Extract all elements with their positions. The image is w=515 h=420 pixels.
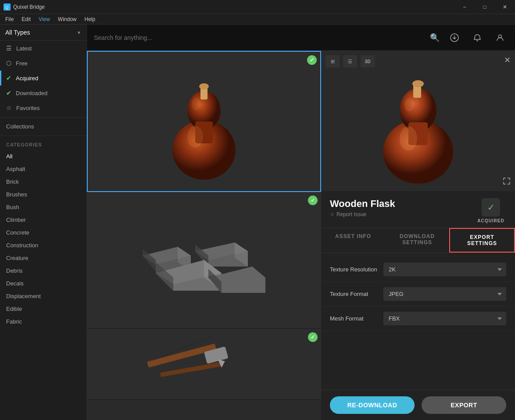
category-all[interactable]: All — [0, 150, 86, 163]
sidebar-item-label: Acquired — [16, 75, 38, 82]
sidebar-item-free[interactable]: ⬡ Free — [0, 56, 86, 71]
category-asphalt[interactable]: Asphalt — [0, 163, 86, 175]
sidebar-item-label: Latest — [16, 45, 32, 52]
sidebar-item-label: Free — [16, 60, 28, 67]
category-creature[interactable]: Creature — [0, 252, 86, 264]
texture-resolution-select[interactable]: 1K 2K 4K 8K — [383, 263, 506, 276]
asset-grid: ✓ — [87, 51, 321, 420]
sidebar-item-label: Favorites — [16, 105, 39, 111]
tab-asset-info[interactable]: ASSET INFO — [321, 228, 385, 253]
preview-toolbar: ⊞ ☰ 3D — [325, 55, 375, 68]
list-view-button[interactable]: ☰ — [343, 55, 357, 68]
acquired-check-badge-3: ✓ — [308, 332, 318, 342]
sidebar-item-downloaded[interactable]: ✔ Downloaded — [0, 85, 86, 100]
asset-card-stones[interactable]: ✓ — [87, 192, 321, 329]
category-brushes[interactable]: Brushes — [0, 188, 86, 201]
divider — [0, 117, 86, 117]
svg-point-36 — [404, 98, 414, 111]
app-icon: Q — [4, 4, 11, 11]
texture-format-label: Texture Format — [330, 291, 368, 297]
texture-format-select[interactable]: JPEG PNG EXR TIFF — [383, 287, 506, 301]
svg-rect-27 — [160, 362, 222, 377]
category-construction[interactable]: Construction — [0, 239, 86, 252]
texture-resolution-row: Texture Resolution 1K 2K 4K 8K — [321, 257, 515, 282]
close-button[interactable]: ✕ — [495, 0, 515, 14]
detail-tabs: ASSET INFO DOWNLOAD SETTINGS EXPORT SETT… — [321, 228, 515, 253]
asset-title: Wooden Flask — [330, 198, 395, 210]
acquired-check-box: ✓ — [482, 198, 500, 217]
settings-content: Texture Resolution 1K 2K 4K 8K Texture F… — [321, 253, 515, 390]
svg-point-10 — [192, 98, 200, 110]
category-decals[interactable]: Decals — [0, 277, 86, 290]
download-header-icon[interactable] — [447, 30, 462, 46]
categories-heading: CATEGORIES — [0, 138, 86, 150]
asset-card-tools[interactable]: ✓ — [87, 329, 321, 400]
tools-thumbnail — [87, 329, 321, 399]
category-concrete[interactable]: Concrete — [0, 226, 86, 239]
rocks-thumbnail — [87, 192, 321, 328]
sidebar-item-acquired[interactable]: ✔ Acquired — [0, 71, 86, 85]
svg-point-34 — [412, 80, 424, 87]
acquired-badge: ✓ ACQUIRED — [476, 198, 506, 223]
category-displacement[interactable]: Displacement — [0, 290, 86, 303]
sidebar-item-favorites[interactable]: ☆ Favorites — [0, 100, 86, 115]
divider — [0, 135, 86, 136]
3d-view-button[interactable]: 3D — [361, 55, 375, 68]
mesh-format-select[interactable]: FBX OBJ ABC — [383, 312, 506, 325]
acquired-check-badge: ✓ — [307, 55, 317, 65]
menu-edit[interactable]: Edit — [18, 15, 34, 23]
app-title: Quixel Bridge — [13, 4, 45, 10]
category-debris[interactable]: Debris — [0, 264, 86, 277]
sidebar-item-label: Downloaded — [16, 90, 47, 96]
detail-preview: ⊞ ☰ 3D ✕ — [321, 51, 515, 191]
chevron-down-icon: ▼ — [77, 30, 81, 35]
free-icon: ⬡ — [6, 60, 11, 67]
menu-help[interactable]: Help — [81, 15, 99, 23]
sidebar: All Types ▼ ☰ Latest ⬡ Free ✔ Acquired ✔… — [0, 25, 87, 420]
mesh-format-label: Mesh Format — [330, 315, 364, 322]
texture-resolution-label: Texture Resolution — [330, 266, 377, 273]
sidebar-item-latest[interactable]: ☰ Latest — [0, 41, 86, 56]
grid-view-button[interactable]: ⊞ — [325, 55, 340, 68]
asset-card-flask[interactable]: ✓ — [87, 51, 321, 192]
asset-info-section: Wooden Flask ☆ Report Issue ✓ ACQUIRED — [321, 191, 515, 228]
menu-file[interactable]: File — [2, 15, 17, 23]
type-dropdown[interactable]: All Types ▼ — [0, 25, 86, 41]
svg-point-35 — [400, 126, 417, 151]
downloaded-icon: ✔ — [6, 89, 11, 96]
acquired-icon: ✔ — [6, 75, 11, 82]
menu-view[interactable]: View — [35, 15, 54, 23]
svg-point-9 — [187, 126, 203, 148]
mesh-format-row: Mesh Format FBX OBJ ABC — [321, 306, 515, 331]
menu-window[interactable]: Window — [54, 15, 80, 23]
svg-point-8 — [199, 83, 209, 89]
search-input[interactable] — [94, 34, 423, 41]
texture-format-row: Texture Format JPEG PNG EXR TIFF — [321, 282, 515, 306]
category-brick[interactable]: Brick — [0, 175, 86, 188]
report-issue-link[interactable]: ☆ Report Issue — [330, 211, 395, 217]
tab-export-settings[interactable]: EXPORT SETTINGS — [449, 228, 515, 253]
acquired-label: ACQUIRED — [476, 218, 506, 223]
fullscreen-button[interactable] — [503, 177, 511, 187]
acquired-check-badge-2: ✓ — [308, 196, 318, 205]
tab-download-settings[interactable]: DOWNLOAD SETTINGS — [385, 228, 449, 253]
category-climber[interactable]: Climber — [0, 214, 86, 226]
maximize-button[interactable]: □ — [475, 0, 495, 14]
category-edible[interactable]: Edible — [0, 303, 86, 315]
redownload-button[interactable]: RE-DOWNLOAD — [330, 396, 415, 414]
minimize-button[interactable]: − — [454, 0, 475, 14]
category-fabric[interactable]: Fabric — [0, 315, 86, 328]
export-button[interactable]: EXPORT — [422, 396, 506, 414]
menu-bar: File Edit View Window Help — [0, 14, 515, 25]
latest-icon: ☰ — [6, 45, 12, 52]
category-bush[interactable]: Bush — [0, 201, 86, 214]
detail-close-button[interactable]: ✕ — [504, 55, 511, 65]
flask-thumbnail — [88, 52, 320, 191]
user-icon[interactable] — [492, 30, 508, 46]
checkmark-icon: ✓ — [487, 202, 495, 213]
notification-icon[interactable] — [469, 30, 485, 46]
search-icon[interactable]: 🔍 — [430, 33, 440, 43]
search-bar: 🔍 — [87, 25, 515, 51]
type-dropdown-label: All Types — [5, 29, 30, 36]
sidebar-item-collections[interactable]: Collections — [0, 119, 86, 134]
